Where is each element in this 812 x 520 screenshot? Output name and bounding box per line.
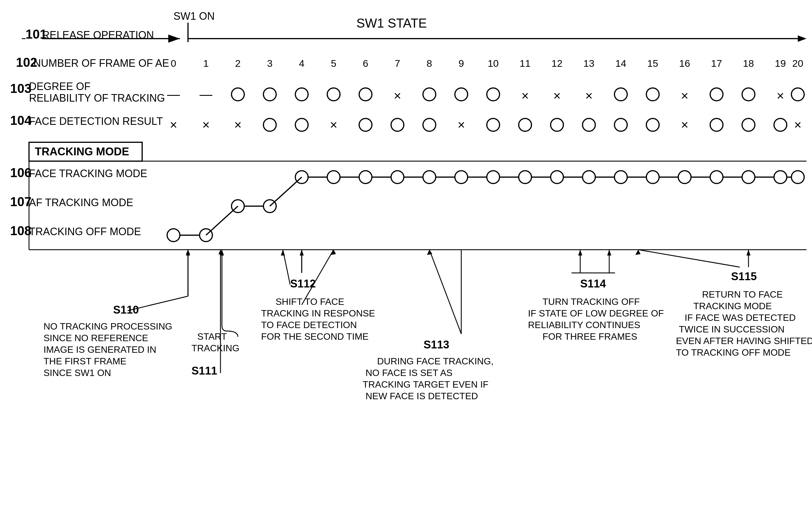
svg-point-86 (583, 171, 595, 183)
svg-text:×: × (394, 88, 401, 103)
svg-text:18: 18 (743, 58, 754, 69)
s111-text-tracking: TRACKING (192, 343, 239, 353)
svg-point-93 (791, 171, 804, 183)
svg-text:RELIABILITY OF TRACKING: RELIABILITY OF TRACKING (29, 92, 165, 104)
svg-text:NUMBER OF FRAME OF AE: NUMBER OF FRAME OF AE (33, 57, 169, 69)
svg-text:2: 2 (235, 58, 241, 69)
s110-text-3: IMAGE IS GENERATED IN (44, 344, 157, 355)
s115-text-5: EVEN AFTER HAVING SHIFTED (676, 336, 812, 346)
svg-text:3: 3 (267, 58, 273, 69)
svg-text:×: × (170, 118, 177, 132)
svg-text:11: 11 (520, 58, 531, 69)
svg-text:×: × (234, 118, 242, 132)
svg-text:FACE DETECTION RESULT: FACE DETECTION RESULT (29, 115, 163, 127)
s110-text-5: SINCE SW1 ON (44, 368, 111, 378)
svg-point-88 (646, 171, 659, 183)
svg-text:20: 20 (792, 58, 803, 69)
s113-label: S113 (424, 339, 449, 351)
svg-point-84 (519, 171, 531, 183)
svg-point-91 (742, 171, 755, 183)
s112-text-1: SHIFT TO FACE (276, 296, 344, 307)
sw1-state-label: SW1 STATE (357, 16, 427, 30)
svg-text:9: 9 (459, 58, 464, 69)
svg-text:13: 13 (583, 58, 594, 69)
svg-point-83 (487, 171, 500, 183)
s115-label: S115 (731, 270, 757, 283)
svg-text:10: 10 (488, 58, 499, 69)
s114-label: S114 (580, 278, 606, 290)
s110-text-1: NO TRACKING PROCESSING (44, 321, 172, 332)
svg-text:8: 8 (427, 58, 432, 69)
sw1-on-label: SW1 ON (173, 10, 215, 22)
svg-text:5: 5 (331, 58, 337, 69)
svg-point-79 (359, 171, 372, 183)
svg-text:×: × (681, 88, 689, 103)
svg-text:12: 12 (552, 58, 562, 69)
s114-text-3: RELIABILITY CONTINUES (528, 320, 640, 330)
s112-text-2: TRACKING IN RESPONSE (261, 308, 375, 318)
svg-text:—: — (167, 87, 180, 101)
svg-text:7: 7 (395, 58, 400, 69)
s112-text-4: FOR THE SECOND TIME (261, 331, 368, 342)
svg-text:—: — (200, 87, 212, 101)
svg-text:17: 17 (711, 58, 722, 69)
text-face-tracking: FACE TRACKING MODE (29, 167, 147, 179)
s111-label: S111 (192, 365, 217, 377)
svg-point-92 (774, 171, 787, 183)
svg-text:×: × (457, 118, 465, 132)
s112-text-3: TO FACE DETECTION (261, 320, 357, 330)
s115-text-2: TRACKING MODE (693, 301, 772, 311)
s111-text-start: START (197, 331, 227, 342)
svg-point-81 (423, 171, 436, 183)
svg-text:×: × (585, 88, 593, 103)
s114-text-4: FOR THREE FRAMES (542, 331, 637, 342)
svg-rect-0 (0, 0, 812, 520)
svg-point-90 (710, 171, 723, 183)
tracking-mode-box-label: TRACKING MODE (35, 146, 129, 158)
s113-text-3: TRACKING TARGET EVEN IF (363, 379, 488, 390)
s115-text-6: TO TRACKING OFF MODE (676, 347, 790, 358)
svg-text:×: × (794, 118, 802, 132)
s110-text-4: THE FIRST FRAME (44, 356, 127, 366)
s113-text-1: DURING FACE TRACKING, (377, 356, 494, 366)
svg-text:103: 103 (10, 81, 31, 96)
svg-text:108: 108 (10, 224, 31, 238)
s115-text-4: TWICE IN SUCCESSION (679, 324, 784, 335)
s115-text-3: IF FACE WAS DETECTED (684, 312, 796, 323)
svg-text:×: × (202, 118, 210, 132)
svg-text:AF TRACKING MODE: AF TRACKING MODE (29, 197, 133, 208)
svg-text:15: 15 (647, 58, 658, 69)
svg-point-82 (455, 171, 468, 183)
svg-point-89 (678, 171, 691, 183)
svg-text:4: 4 (299, 58, 305, 69)
s113-text-2: NO FACE IS SET AS (366, 368, 453, 378)
svg-text:6: 6 (363, 58, 368, 69)
s113-text-4: NEW FACE IS DETECTED (366, 391, 478, 401)
label-106: 106 (10, 165, 31, 180)
svg-point-102 (167, 229, 180, 241)
svg-text:DEGREE OF: DEGREE OF (29, 80, 90, 92)
svg-point-80 (391, 171, 404, 183)
s110-text-2: SINCE NO REFERENCE (44, 333, 148, 343)
svg-text:×: × (777, 88, 784, 103)
svg-text:×: × (330, 118, 337, 132)
svg-text:×: × (681, 118, 689, 132)
s110-label: S110 (113, 304, 139, 316)
svg-text:TRACKING OFF MODE: TRACKING OFF MODE (29, 226, 141, 237)
svg-point-78 (327, 171, 340, 183)
svg-text:104: 104 (10, 113, 32, 127)
s114-text-2: IF STATE OF LOW DEGREE OF (528, 308, 664, 318)
svg-text:14: 14 (615, 58, 626, 69)
svg-text:×: × (521, 88, 529, 103)
diagram-container: 101 RELEASE OPERATION SW1 ON SW1 STATE 1… (0, 0, 812, 520)
svg-point-87 (614, 171, 627, 183)
svg-point-85 (551, 171, 563, 183)
svg-text:107: 107 (10, 194, 31, 209)
s114-text-1: TURN TRACKING OFF (542, 296, 640, 307)
s115-text-1: RETURN TO FACE (702, 289, 783, 300)
svg-text:19: 19 (775, 58, 786, 69)
svg-text:16: 16 (679, 58, 690, 69)
svg-text:0: 0 (171, 58, 176, 69)
svg-text:1: 1 (203, 58, 209, 69)
svg-text:×: × (553, 88, 561, 103)
